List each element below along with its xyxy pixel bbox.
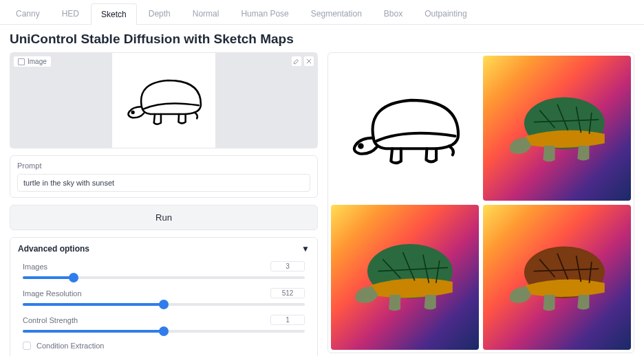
slider-strength-label: Control Strength [23, 316, 78, 324]
svg-point-0 [132, 111, 134, 113]
tab-segmentation[interactable]: Segmentation [301, 3, 372, 24]
slider-resolution: Image Resolution 512 [23, 288, 305, 308]
slider-strength: Control Strength 1 [23, 315, 305, 335]
checkbox-condition-extraction[interactable]: Condition Extraction [23, 342, 305, 350]
advanced-toggle[interactable]: Advanced options ▼ [10, 238, 317, 260]
slider-images-value: 3 [270, 261, 305, 271]
advanced-heading: Advanced options [18, 244, 89, 254]
gallery-item[interactable] [483, 205, 631, 350]
slider-images-label: Images [23, 263, 47, 271]
slider-strength-value: 1 [270, 315, 305, 325]
gallery-item[interactable] [331, 205, 479, 350]
tab-normal[interactable]: Normal [182, 3, 230, 24]
slider-resolution-track[interactable] [23, 301, 305, 308]
input-sketch [112, 53, 215, 148]
slider-images-track[interactable] [23, 274, 305, 281]
tab-bar: Canny HED Sketch Depth Normal Human Pose… [0, 0, 644, 25]
close-icon[interactable] [303, 56, 314, 67]
image-badge: Image [13, 56, 52, 67]
tab-depth[interactable]: Depth [138, 3, 181, 24]
controls-column: Image [10, 52, 318, 356]
slider-resolution-label: Image Resolution [23, 289, 82, 298]
tab-hed[interactable]: HED [52, 3, 89, 24]
slider-strength-track[interactable] [23, 328, 305, 335]
tab-human-pose[interactable]: Human Pose [230, 3, 299, 24]
output-gallery [328, 52, 634, 353]
tab-sketch[interactable]: Sketch [91, 3, 137, 25]
slider-resolution-value: 512 [270, 288, 305, 298]
checkbox-icon [23, 342, 31, 350]
tab-outpainting[interactable]: Outpainting [414, 3, 477, 24]
page-title: UniControl Stable Diffusion with Sketch … [0, 25, 644, 52]
gallery-item[interactable] [331, 56, 479, 201]
gallery-item[interactable] [483, 56, 631, 201]
prompt-label: Prompt [17, 162, 310, 170]
advanced-accordion: Advanced options ▼ Images 3 I [10, 237, 318, 356]
prompt-field: Prompt [10, 155, 318, 198]
run-button[interactable]: Run [10, 205, 318, 230]
chevron-down-icon: ▼ [301, 244, 310, 254]
slider-images: Images 3 [23, 261, 305, 281]
svg-point-1 [359, 144, 362, 147]
edit-icon[interactable] [291, 56, 302, 67]
checkbox-condition-label: Condition Extraction [36, 342, 104, 350]
image-dropzone[interactable]: Image [10, 52, 318, 148]
tab-bbox[interactable]: Bbox [374, 3, 413, 24]
prompt-input[interactable] [17, 174, 310, 192]
tab-canny[interactable]: Canny [6, 3, 50, 24]
